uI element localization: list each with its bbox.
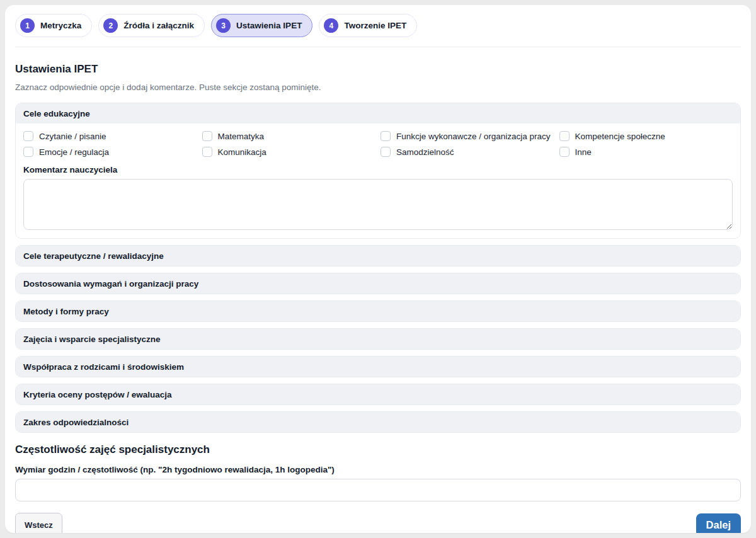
checkbox-input[interactable] — [559, 131, 570, 141]
step-2-zrodla-i-zalacznik[interactable]: 2 Źródła i załącznik — [98, 14, 205, 37]
step-number-badge: 3 — [216, 18, 231, 33]
section-zajecia-i-wsparcie: Zajęcia i wsparcie specjalistyczne — [15, 328, 741, 350]
section-header-kryteria-oceny[interactable]: Kryteria oceny postępów / ewaluacja — [16, 384, 740, 404]
checkbox-emocje-regulacja[interactable]: Emocje / regulacja — [23, 147, 197, 157]
step-1-metryczka[interactable]: 1 Metryczka — [15, 14, 92, 37]
section-cele-edukacyjne: Cele edukacyjne Czytanie / pisanie Matem… — [15, 103, 741, 239]
checkbox-input[interactable] — [23, 147, 33, 157]
checkbox-label: Funkcje wykonawcze / organizacja pracy — [396, 132, 551, 141]
checkbox-funkcje-wykonawcze[interactable]: Funkcje wykonawcze / organizacja pracy — [381, 131, 554, 141]
checkbox-samodzielnosc[interactable]: Samodzielność — [381, 147, 554, 157]
section-cele-terapeutyczne: Cele terapeutyczne / rewalidacyjne — [15, 245, 741, 266]
section-header-cele-edukacyjne[interactable]: Cele edukacyjne — [16, 103, 740, 123]
checkbox-label: Emocje / regulacja — [39, 147, 109, 157]
step-label: Metryczka — [40, 21, 81, 30]
back-button[interactable]: Wstecz — [15, 513, 62, 533]
checkbox-input[interactable] — [559, 147, 570, 157]
checkbox-input[interactable] — [381, 147, 391, 157]
checkbox-label: Matematyka — [218, 132, 265, 141]
step-number-badge: 1 — [20, 18, 35, 33]
section-header-metody-i-formy-pracy[interactable]: Metody i formy pracy — [16, 301, 740, 321]
checkbox-label: Komunikacja — [218, 147, 266, 157]
frequency-label: Wymiar godzin / częstotliwość (np. "2h t… — [15, 465, 741, 474]
checkbox-input[interactable] — [202, 131, 212, 141]
section-header-zakres-odpowiedzialnosci[interactable]: Zakres odpowiedzialności — [16, 412, 740, 432]
section-header-cele-terapeutyczne[interactable]: Cele terapeutyczne / rewalidacyjne — [16, 246, 740, 266]
page-title: Ustawienia IPET — [15, 63, 741, 76]
checkbox-komunikacja[interactable]: Komunikacja — [202, 147, 376, 157]
teacher-comment-textarea[interactable] — [23, 179, 733, 230]
wizard-footer: Wstecz Dalej — [15, 513, 741, 533]
step-number-badge: 2 — [103, 18, 118, 33]
page-subtitle: Zaznacz odpowiednie opcje i dodaj koment… — [15, 83, 741, 92]
stepper: 1 Metryczka 2 Źródła i załącznik 3 Ustaw… — [15, 14, 741, 37]
step-3-ustawienia-ipet-active[interactable]: 3 Ustawienia IPET — [211, 14, 312, 37]
section-wspolpraca-z-rodzicami: Współpraca z rodzicami i środowiskiem — [15, 356, 741, 377]
section-dostosowania-wymagan: Dostosowania wymagań i organizacji pracy — [15, 273, 741, 294]
frequency-input[interactable] — [15, 479, 741, 501]
checkbox-inne[interactable]: Inne — [559, 147, 733, 157]
checkbox-input[interactable] — [202, 147, 212, 157]
section-header-zajecia-i-wsparcie[interactable]: Zajęcia i wsparcie specjalistyczne — [16, 329, 740, 349]
checkbox-kompetencje-spoleczne[interactable]: Kompetencje społeczne — [559, 131, 733, 141]
section-zakres-odpowiedzialnosci: Zakres odpowiedzialności — [15, 411, 741, 433]
step-label: Tworzenie IPET — [344, 21, 406, 30]
section-header-dostosowania-wymagan[interactable]: Dostosowania wymagań i organizacji pracy — [16, 273, 740, 294]
checkbox-matematyka[interactable]: Matematyka — [202, 131, 376, 141]
checkbox-input[interactable] — [23, 131, 33, 141]
step-4-tworzenie-ipet[interactable]: 4 Tworzenie IPET — [319, 14, 417, 37]
step-label: Ustawienia IPET — [236, 21, 302, 30]
checkbox-label: Inne — [575, 147, 592, 157]
comment-label: Komentarz nauczyciela — [23, 165, 733, 175]
section-header-wspolpraca-z-rodzicami[interactable]: Współpraca z rodzicami i środowiskiem — [16, 357, 740, 377]
checkbox-grid: Czytanie / pisanie Matematyka Funkcje wy… — [23, 131, 733, 157]
wizard-card: 1 Metryczka 2 Źródła i załącznik 3 Ustaw… — [5, 5, 751, 533]
section-kryteria-oceny: Kryteria oceny postępów / ewaluacja — [15, 384, 741, 405]
step-label: Źródła i załącznik — [123, 21, 194, 30]
next-button[interactable]: Dalej — [696, 513, 741, 533]
stepper-divider — [15, 47, 741, 47]
checkbox-czytanie-pisanie[interactable]: Czytanie / pisanie — [23, 131, 197, 141]
section-metody-i-formy-pracy: Metody i formy pracy — [15, 300, 741, 322]
frequency-title: Częstotliwość zajęć specjalistycznych — [15, 444, 741, 456]
checkbox-input[interactable] — [381, 131, 391, 141]
checkbox-label: Kompetencje społeczne — [575, 132, 665, 141]
section-body-cele-edukacyjne: Czytanie / pisanie Matematyka Funkcje wy… — [16, 123, 740, 238]
checkbox-label: Samodzielność — [396, 147, 454, 157]
step-number-badge: 4 — [324, 18, 338, 33]
checkbox-label: Czytanie / pisanie — [39, 132, 106, 141]
